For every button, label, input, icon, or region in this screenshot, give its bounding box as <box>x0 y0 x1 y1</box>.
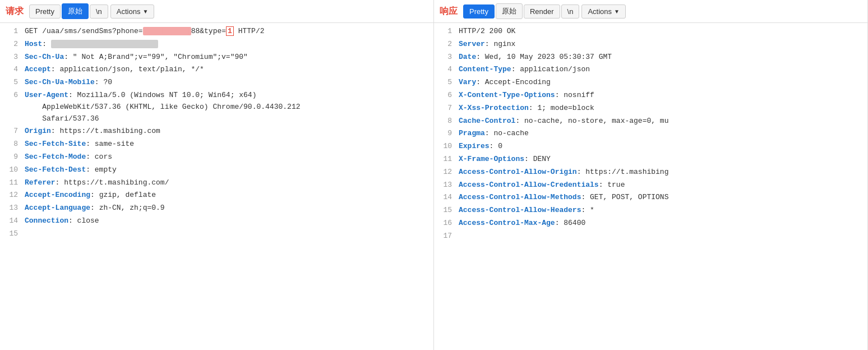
line-text: Access-Control-Max-Age: 86400 <box>459 218 863 229</box>
line-number: 11 <box>438 154 452 165</box>
line-text <box>459 231 863 242</box>
line-text: Connection: close <box>25 215 429 227</box>
line-text: Server: nginx <box>459 39 863 50</box>
line-text: Access-Control-Allow-Credentials: true <box>459 179 863 191</box>
line-number: 10 <box>4 164 18 176</box>
line-number: 2 <box>438 39 452 50</box>
response-line-9: 9 Pragma: no-cache <box>434 127 867 140</box>
line-number: 7 <box>438 103 452 114</box>
line-text: Accept-Language: zh-CN, zh;q=0.9 <box>25 202 429 214</box>
line-text: Origin: https://t.mashibing.com <box>25 126 429 137</box>
line-number: 15 <box>438 205 452 217</box>
request-line-11: 11 Referer: https://t.mashibing.com/ <box>0 177 433 190</box>
line-number: 17 <box>438 231 452 242</box>
line-number: 7 <box>4 126 18 137</box>
response-line-11: 11 X-Frame-Options: DENY <box>434 153 867 166</box>
line-number: 5 <box>438 77 452 89</box>
request-line-1: 1 GET /uaa/sms/sendSms?phone=██████████8… <box>0 25 433 38</box>
response-tab-newline[interactable]: \n <box>561 4 580 19</box>
line-number: 6 <box>4 90 18 102</box>
line-number: 3 <box>4 52 18 63</box>
line-text: Access-Control-Allow-Methods: GET, POST,… <box>459 192 863 204</box>
response-line-10: 10 Expires: 0 <box>434 140 867 153</box>
response-header: 响应 Pretty 原始 Render \n Actions ▼ <box>434 0 867 23</box>
line-number: 9 <box>438 128 452 140</box>
request-line-5: 5 Sec-Ch-Ua-Mobile: ?0 <box>0 76 433 89</box>
response-actions-button[interactable]: Actions ▼ <box>581 4 626 19</box>
line-text: Accept: application/json, text/plain, */… <box>25 64 429 76</box>
line-text: Sec-Fetch-Dest: empty <box>25 164 429 176</box>
line-number: 13 <box>4 202 18 214</box>
response-tab-render[interactable]: Render <box>524 4 560 19</box>
request-tab-newline[interactable]: \n <box>90 4 108 19</box>
request-tab-raw[interactable]: 原始 <box>62 3 89 19</box>
response-line-15: 15 Access-Control-Allow-Headers: * <box>434 204 867 217</box>
response-content: 1 HTTP/2 200 OK 2 Server: nginx 3 Date: … <box>434 23 867 350</box>
line-number: 10 <box>438 141 452 153</box>
request-line-13: 13 Accept-Language: zh-CN, zh;q=0.9 <box>0 202 433 215</box>
response-actions-label: Actions <box>588 7 612 16</box>
line-number: 15 <box>4 228 18 240</box>
request-title: 请求 <box>6 6 24 17</box>
response-line-8: 8 Cache-Control: no-cache, no-store, max… <box>434 115 867 128</box>
response-line-16: 16 Access-Control-Max-Age: 86400 <box>434 217 867 230</box>
response-line-5: 5 Vary: Accept-Encoding <box>434 76 867 89</box>
request-actions-button[interactable]: Actions ▼ <box>110 4 155 19</box>
response-line-7: 7 X-Xss-Protection: 1; mode=block <box>434 102 867 115</box>
request-line-14: 14 Connection: close <box>0 215 433 228</box>
line-number: 4 <box>4 64 18 76</box>
response-line-6: 6 X-Content-Type-Options: nosniff <box>434 89 867 102</box>
response-tab-pretty[interactable]: Pretty <box>463 4 495 19</box>
response-line-3: 3 Date: Wed, 10 May 2023 05:30:37 GMT <box>434 51 867 64</box>
response-line-14: 14 Access-Control-Allow-Methods: GET, PO… <box>434 191 867 204</box>
response-title: 响应 <box>440 6 458 17</box>
response-line-13: 13 Access-Control-Allow-Credentials: tru… <box>434 179 867 192</box>
response-line-12: 12 Access-Control-Allow-Origin: https://… <box>434 166 867 179</box>
response-line-17: 17 <box>434 230 867 243</box>
line-text: Expires: 0 <box>459 141 863 153</box>
line-text: Access-Control-Allow-Origin: https://t.m… <box>459 167 863 178</box>
line-text: Sec-Fetch-Mode: cors <box>25 151 429 163</box>
request-header: 请求 Pretty 原始 \n Actions ▼ <box>0 0 433 23</box>
line-text: Content-Type: application/json <box>459 64 863 76</box>
line-number: 8 <box>438 116 452 127</box>
response-line-4: 4 Content-Type: application/json <box>434 63 867 76</box>
line-text: HTTP/2 200 OK <box>459 26 863 38</box>
line-number: 11 <box>4 177 18 189</box>
response-line-1: 1 HTTP/2 200 OK <box>434 25 867 38</box>
line-number: 5 <box>4 77 18 89</box>
line-number: 16 <box>438 218 452 229</box>
request-line-10: 10 Sec-Fetch-Dest: empty <box>0 164 433 177</box>
line-number: 4 <box>438 64 452 76</box>
request-line-6: 6 User-Agent: Mozilla/5.0 (Windows NT 10… <box>0 89 433 125</box>
line-number: 12 <box>438 167 452 178</box>
line-text: Vary: Accept-Encoding <box>459 77 863 89</box>
request-line-12: 12 Accept-Encoding: gzip, deflate <box>0 189 433 202</box>
line-text: X-Frame-Options: DENY <box>459 154 863 165</box>
line-number: 12 <box>4 190 18 201</box>
line-text: Accept-Encoding: gzip, deflate <box>25 190 429 201</box>
response-panel: 响应 Pretty 原始 Render \n Actions ▼ 1 HTTP/… <box>434 0 868 350</box>
line-number: 2 <box>4 39 18 50</box>
request-actions-label: Actions <box>117 7 141 16</box>
line-text: Referer: https://t.mashibing.com/ <box>25 177 429 189</box>
line-text: User-Agent: Mozilla/5.0 (Windows NT 10.0… <box>25 90 429 125</box>
request-tab-pretty[interactable]: Pretty <box>29 4 61 19</box>
line-text: Sec-Fetch-Site: same-site <box>25 139 429 150</box>
line-text: Host: ████████████████████████ <box>25 39 429 50</box>
line-text: Sec-Ch-Ua: " Not A;Brand";v="99", "Chrom… <box>25 52 429 63</box>
request-line-9: 9 Sec-Fetch-Mode: cors <box>0 151 433 164</box>
response-actions-chevron-icon: ▼ <box>614 8 620 15</box>
line-text: X-Content-Type-Options: nosniff <box>459 90 863 102</box>
response-tab-raw[interactable]: 原始 <box>496 3 523 19</box>
request-actions-chevron-icon: ▼ <box>142 8 148 15</box>
line-text: Pragma: no-cache <box>459 128 863 140</box>
line-number: 8 <box>4 139 18 150</box>
line-text <box>25 228 429 240</box>
request-line-3: 3 Sec-Ch-Ua: " Not A;Brand";v="99", "Chr… <box>0 51 433 64</box>
line-number: 1 <box>438 26 452 38</box>
response-line-2: 2 Server: nginx <box>434 38 867 51</box>
line-text: GET /uaa/sms/sendSms?phone=██████████88&… <box>25 26 429 38</box>
request-line-8: 8 Sec-Fetch-Site: same-site <box>0 138 433 151</box>
line-text: Sec-Ch-Ua-Mobile: ?0 <box>25 77 429 89</box>
